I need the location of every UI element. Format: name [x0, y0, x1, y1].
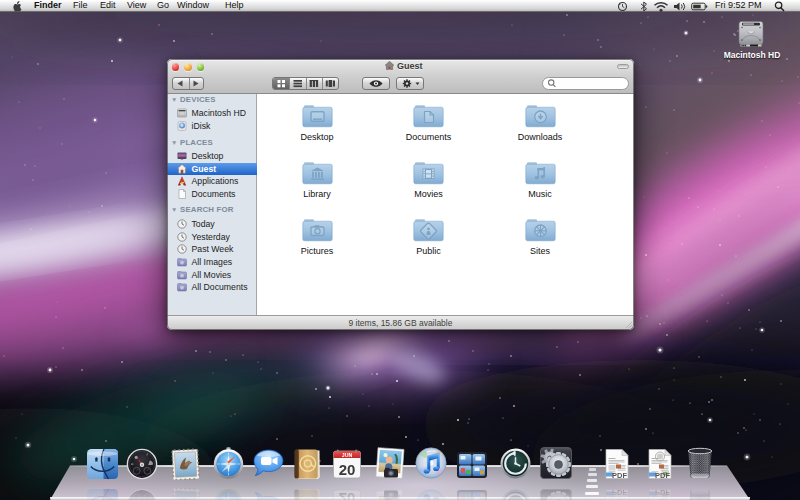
svg-text:PDF: PDF	[612, 471, 627, 480]
svg-text:JUN: JUN	[342, 452, 353, 458]
svg-text:PDF: PDF	[655, 471, 670, 480]
svg-text:20: 20	[339, 461, 356, 478]
